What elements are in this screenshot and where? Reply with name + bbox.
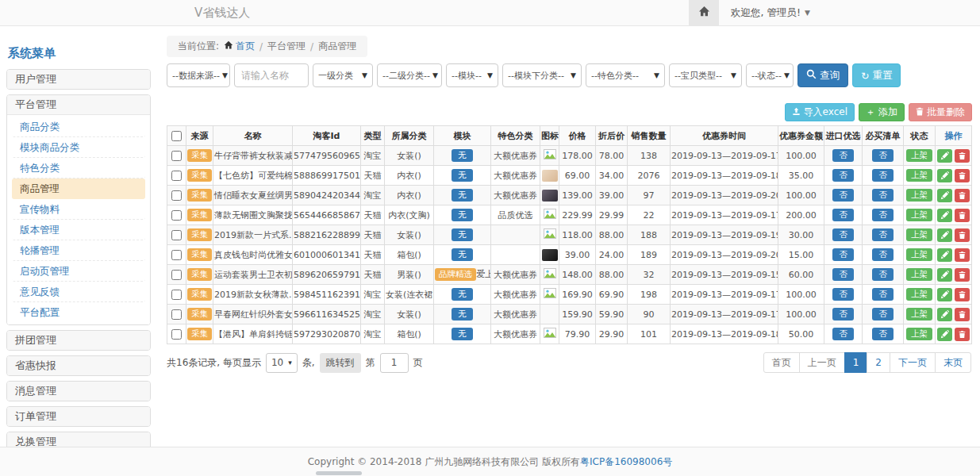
query-button[interactable]: 查询 <box>797 63 848 87</box>
row-checkbox[interactable] <box>171 171 182 181</box>
jump-button[interactable]: 跳转到 <box>320 353 361 373</box>
status-badge[interactable]: 上架 <box>906 209 932 221</box>
filter-select-module-subcategory[interactable]: --模块下分类--▼ <box>502 63 582 87</box>
sidebar-item[interactable]: 模块商品分类 <box>12 137 145 158</box>
page-button-末页[interactable]: 末页 <box>935 352 971 373</box>
batch-delete-button[interactable]: 批量删除 <box>909 103 972 121</box>
edit-button[interactable] <box>937 308 952 321</box>
sidebar-item[interactable]: 特色分类 <box>12 158 145 178</box>
sidebar-item[interactable]: 平台配置 <box>12 302 145 323</box>
row-checkbox[interactable] <box>171 151 182 161</box>
delete-button[interactable] <box>955 149 970 163</box>
filter-select-module[interactable]: --模块--▼ <box>446 63 498 87</box>
edit-button[interactable] <box>937 169 952 182</box>
status-badge[interactable]: 上架 <box>906 169 932 182</box>
delete-button[interactable] <box>955 248 970 262</box>
delete-button[interactable] <box>955 228 970 242</box>
must-buy-toggle[interactable]: 否 <box>872 189 894 202</box>
row-checkbox[interactable] <box>171 329 182 340</box>
sidebar-group-header[interactable]: 消息管理 <box>7 382 150 401</box>
select-all-checkbox[interactable] <box>171 131 182 141</box>
edit-button[interactable] <box>937 328 952 341</box>
page-size-select[interactable]: 10 ▾ <box>266 353 298 373</box>
sidebar-group-header[interactable]: 省惠快报 <box>7 356 150 375</box>
edit-button[interactable] <box>937 248 952 262</box>
filter-select-feature-category[interactable]: --特色分类--▼ <box>586 63 665 87</box>
sidebar-group-header[interactable]: 用户管理 <box>7 70 150 89</box>
page-button-1[interactable]: 1 <box>844 352 868 373</box>
row-checkbox[interactable] <box>171 270 182 280</box>
edit-button[interactable] <box>937 288 952 301</box>
page-button-首页[interactable]: 首页 <box>763 352 800 373</box>
must-buy-toggle[interactable]: 否 <box>872 288 894 301</box>
import-toggle[interactable]: 否 <box>832 149 854 162</box>
jump-page-input[interactable] <box>380 353 409 373</box>
must-buy-toggle[interactable]: 否 <box>872 308 894 321</box>
filter-select-category-level2[interactable]: --二级分类--▼ <box>377 63 442 87</box>
home-button[interactable] <box>689 0 719 25</box>
icp-link[interactable]: 粤ICP备16098006号 <box>580 456 672 467</box>
status-badge[interactable]: 上架 <box>906 248 932 261</box>
import-toggle[interactable]: 否 <box>832 169 854 182</box>
edit-button[interactable] <box>937 189 952 202</box>
delete-button[interactable] <box>955 169 970 182</box>
status-badge[interactable]: 上架 <box>906 328 932 340</box>
sidebar-item[interactable]: 意见反馈 <box>12 282 145 302</box>
must-buy-toggle[interactable]: 否 <box>872 149 894 162</box>
delete-button[interactable] <box>955 209 970 222</box>
sidebar-item[interactable]: 商品管理 <box>12 178 145 199</box>
import-excel-button[interactable]: 导入excel <box>785 103 855 121</box>
delete-button[interactable] <box>955 288 970 301</box>
sidebar-item[interactable]: 版本管理 <box>12 220 145 240</box>
page-button-下一页[interactable]: 下一页 <box>890 352 936 373</box>
row-checkbox[interactable] <box>171 210 182 221</box>
must-buy-toggle[interactable]: 否 <box>872 209 894 221</box>
edit-button[interactable] <box>937 209 952 222</box>
import-toggle[interactable]: 否 <box>832 308 854 321</box>
delete-button[interactable] <box>955 268 970 282</box>
row-checkbox[interactable] <box>171 190 182 201</box>
sidebar-group-header[interactable]: 平台管理 <box>7 95 150 114</box>
must-buy-toggle[interactable]: 否 <box>872 328 894 340</box>
delete-button[interactable] <box>955 328 970 341</box>
row-checkbox[interactable] <box>171 309 182 320</box>
import-toggle[interactable]: 否 <box>832 288 854 301</box>
filter-input-name[interactable] <box>234 63 309 87</box>
horizontal-scrollbar-thumb[interactable] <box>316 471 362 475</box>
import-toggle[interactable]: 否 <box>832 328 854 340</box>
add-button[interactable]: ＋ 添加 <box>859 103 905 121</box>
edit-button[interactable] <box>937 149 952 163</box>
import-toggle[interactable]: 否 <box>832 268 854 281</box>
row-checkbox[interactable] <box>171 290 182 300</box>
edit-button[interactable] <box>937 268 952 282</box>
breadcrumb-home-link[interactable]: 首页 <box>224 40 255 53</box>
user-menu[interactable]: 欢迎您, 管理员! ▼ <box>731 6 810 20</box>
sidebar-item[interactable]: 轮播管理 <box>12 240 145 261</box>
sidebar-item[interactable]: 启动页管理 <box>12 261 145 282</box>
sidebar-group-header[interactable]: 订单管理 <box>7 407 150 426</box>
status-badge[interactable]: 上架 <box>906 228 932 241</box>
must-buy-toggle[interactable]: 否 <box>872 228 894 241</box>
sidebar-group-header[interactable]: 拼团管理 <box>7 331 150 350</box>
import-toggle[interactable]: 否 <box>832 248 854 261</box>
filter-select-item-type[interactable]: --宝贝类型--▼ <box>669 63 742 87</box>
filter-select-status[interactable]: --状态--▼ <box>746 63 794 87</box>
must-buy-toggle[interactable]: 否 <box>872 169 894 182</box>
status-badge[interactable]: 上架 <box>906 149 932 162</box>
status-badge[interactable]: 上架 <box>906 189 932 202</box>
filter-select-data-source[interactable]: --数据来源--▼ <box>167 63 230 87</box>
import-toggle[interactable]: 否 <box>832 209 854 221</box>
filter-select-category-level1[interactable]: 一级分类▼ <box>313 63 373 87</box>
status-badge[interactable]: 上架 <box>906 308 932 321</box>
delete-button[interactable] <box>955 189 970 202</box>
row-checkbox[interactable] <box>171 250 182 260</box>
delete-button[interactable] <box>955 308 970 321</box>
reset-button[interactable]: ↻ 重置 <box>852 63 901 87</box>
page-button-上一页[interactable]: 上一页 <box>799 352 845 373</box>
must-buy-toggle[interactable]: 否 <box>872 268 894 281</box>
must-buy-toggle[interactable]: 否 <box>872 248 894 261</box>
row-checkbox[interactable] <box>171 230 182 240</box>
edit-button[interactable] <box>937 228 952 242</box>
sidebar-item[interactable]: 商品分类 <box>12 117 145 137</box>
sidebar-item[interactable]: 宣传物料 <box>12 199 145 220</box>
